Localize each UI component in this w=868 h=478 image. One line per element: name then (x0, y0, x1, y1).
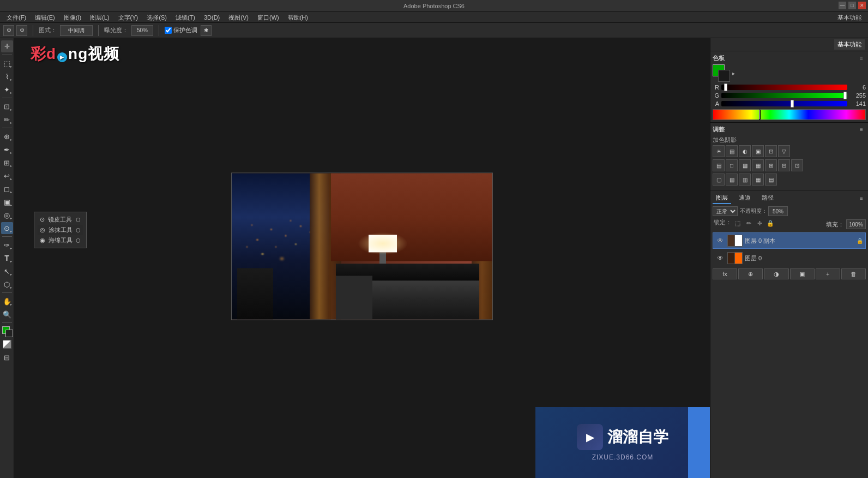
stamp-tool[interactable]: ⊞ ▸ (1, 157, 13, 169)
color-r-slider[interactable] (721, 85, 847, 90)
fill-value[interactable]: 100% (846, 219, 866, 229)
pen-tool[interactable]: ✑ ▸ (1, 239, 13, 251)
color-g-row: G 255 (713, 92, 866, 99)
history-tool[interactable]: ↩ ▸ (1, 170, 13, 182)
menu-item-e[interactable]: 编辑(E) (31, 12, 59, 23)
protect-check[interactable]: 保护色调 (165, 26, 197, 34)
blur-tool[interactable]: ◎ ▸ (1, 209, 13, 221)
menu-item-v[interactable]: 视图(V) (224, 12, 253, 23)
layer-delete-btn[interactable]: 🗑 (841, 268, 866, 279)
protect-checkbox[interactable] (165, 27, 172, 34)
adj-r3-5[interactable]: ▤ (765, 174, 777, 186)
layer-item-0-copy[interactable]: 👁 图层 0 副本 🔒 (713, 232, 866, 249)
background-swatch[interactable] (718, 70, 730, 82)
adj-r3[interactable]: ▩ (739, 159, 751, 171)
adj-r3-4[interactable]: ▦ (752, 174, 764, 186)
color-panel-icons-row: ▸ (732, 70, 866, 76)
zoom-tool[interactable]: 🔍 (1, 308, 13, 320)
layer-0-eye[interactable]: 👁 (715, 253, 725, 263)
tooltip-item-sharpen[interactable]: ⊙ 锐皮工具 O (38, 214, 83, 225)
menu-item-t[interactable]: 滤镜(T) (171, 12, 200, 23)
color-spectrum[interactable] (713, 109, 866, 120)
panel-expand[interactable]: ▸ (732, 70, 735, 76)
tab-paths[interactable]: 路径 (758, 193, 777, 204)
dodge-tool[interactable]: ⊙ ▸ (1, 222, 13, 234)
mode-select[interactable]: 中间调 (60, 25, 93, 36)
lock-move[interactable]: ✛ (755, 218, 764, 228)
move-tool[interactable]: ✛ (1, 40, 13, 52)
opacity-value[interactable]: 50% (768, 206, 788, 216)
menu-item-dd[interactable]: 3D(D) (200, 12, 224, 23)
range-value[interactable]: 50% (131, 25, 153, 36)
tool-option-btn[interactable]: ⚙ (16, 25, 27, 36)
adj-r3-1[interactable]: ▢ (713, 174, 725, 186)
workspace-label[interactable]: 基本功能 (833, 12, 866, 23)
menu-item-l[interactable]: 图层(L) (86, 12, 113, 23)
adj-curves[interactable]: ▤ (726, 145, 738, 157)
menu-item-w[interactable]: 窗口(W) (253, 12, 284, 23)
hand-tool[interactable]: ✋ ▸ (1, 295, 13, 307)
quick-mask[interactable] (1, 338, 13, 350)
menu-item-i[interactable]: 图像(I) (59, 12, 86, 23)
color-g-slider[interactable] (721, 93, 847, 98)
adj-r3-2[interactable]: ▧ (726, 174, 738, 186)
adj-r7[interactable]: ⊡ (791, 159, 803, 171)
lock-edit[interactable]: ✏ (744, 218, 754, 228)
tool-presets-btn[interactable]: ⚙ (3, 25, 14, 36)
layer-fx-btn[interactable]: fx (713, 268, 737, 279)
layer-0-thumb (727, 252, 743, 264)
layer-0-copy-eye[interactable]: 👁 (715, 236, 725, 246)
shape-tool[interactable]: ⬡ ▸ (1, 278, 13, 290)
magic-wand-tool[interactable]: ✦ ▸ (1, 83, 13, 95)
tab-basic[interactable]: 基本功能 (834, 39, 865, 50)
adj-r5[interactable]: ⊞ (765, 159, 777, 171)
brush-tool[interactable]: ✒ ▸ (1, 144, 13, 156)
layer-adjustment-btn[interactable]: ◑ (764, 268, 788, 279)
color-panel-menu[interactable]: ≡ (857, 53, 866, 62)
layer-item-0[interactable]: 👁 图层 0 (713, 250, 866, 266)
adj-colorbal[interactable]: ⊡ (765, 145, 777, 157)
lasso-tool[interactable]: ⌇ ▸ (1, 70, 13, 82)
crop-tool[interactable]: ⊡ ▸ (1, 100, 13, 112)
sponge-icon: ◉ (40, 237, 45, 244)
lock-px[interactable]: ⬚ (733, 218, 743, 228)
adj-r3-3[interactable]: ▥ (739, 174, 751, 186)
restore-button[interactable]: □ (848, 2, 856, 9)
adj-r1[interactable]: ▤ (713, 159, 725, 171)
adj-r4[interactable]: ▦ (752, 159, 764, 171)
tab-layers[interactable]: 图层 (713, 193, 731, 204)
menu-item-f[interactable]: 文件(F) (2, 12, 31, 23)
menu-item-h[interactable]: 帮助(H) (284, 12, 312, 23)
foreground-color[interactable] (1, 325, 13, 337)
healing-tool[interactable]: ⊕ ▸ (1, 130, 13, 142)
color-a-slider[interactable] (721, 101, 847, 106)
path-select-tool[interactable]: ↖ ▸ (1, 265, 13, 277)
minimize-button[interactable]: — (839, 2, 846, 9)
close-button[interactable]: ✕ (858, 2, 866, 9)
tooltip-item-smudge[interactable]: ◎ 涂抹工具 O (38, 225, 83, 235)
layer-group-btn[interactable]: ▣ (790, 268, 815, 279)
layer-mask-btn[interactable]: ⊕ (738, 268, 763, 279)
adj-levels[interactable]: ◐ (739, 145, 751, 157)
menu-item-s[interactable]: 选择(S) (142, 12, 171, 23)
eyedropper-tool[interactable]: ✏ ▸ (1, 113, 13, 126)
screen-mode[interactable]: ⊟ (1, 351, 13, 363)
adj-r2[interactable]: □ (726, 159, 738, 171)
blend-mode-select[interactable]: 正常 (713, 206, 738, 216)
adjust-panel-menu[interactable]: ≡ (857, 125, 866, 134)
text-tool[interactable]: T ▸ (1, 252, 13, 264)
adj-r6[interactable]: ⊟ (778, 159, 790, 171)
tab-channels[interactable]: 通道 (736, 193, 754, 204)
lock-all[interactable]: 🔒 (765, 218, 775, 228)
layer-new-btn[interactable]: + (816, 268, 840, 279)
adj-brightness[interactable]: ☀ (713, 145, 725, 157)
airbrush-btn[interactable]: ✱ (201, 25, 212, 36)
menu-item-y[interactable]: 文字(Y) (114, 12, 143, 23)
tooltip-item-sponge[interactable]: ◉ 海绵工具 O (38, 235, 83, 246)
marquee-tool[interactable]: ⬚ ▸ (1, 57, 13, 69)
eraser-tool[interactable]: ◻ ▸ (1, 183, 13, 195)
adj-hsl[interactable]: ▣ (752, 145, 764, 157)
gradient-tool[interactable]: ▣ ▸ (1, 196, 13, 208)
adj-gradient[interactable]: ▽ (778, 145, 790, 157)
layers-panel-menu[interactable]: ≡ (857, 194, 866, 203)
